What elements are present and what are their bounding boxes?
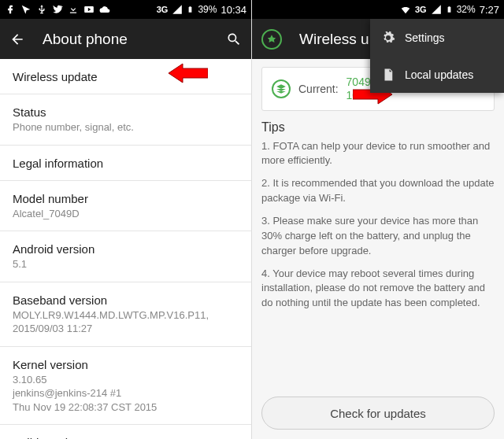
status-bar: 3G 39% 10:34: [0, 0, 251, 19]
tips-body: 1. FOTA can help your device to run smoo…: [261, 139, 495, 319]
clock: 10:34: [220, 4, 246, 16]
youtube-icon: [83, 4, 94, 15]
battery-percent: 32%: [457, 4, 476, 15]
app-logo-icon: [261, 29, 282, 50]
search-icon[interactable]: [226, 31, 242, 47]
tip-2: 2. It is recommended that you download t…: [261, 176, 495, 206]
tips-heading: Tips: [261, 120, 495, 135]
layers-icon: [272, 79, 291, 98]
facebook-icon: [5, 4, 16, 15]
page-title: About phone: [43, 31, 209, 48]
item-model[interactable]: Model number Alcatel_7049D: [0, 181, 251, 232]
tip-3: 3. Please make sure your device has more…: [261, 214, 495, 259]
menu-local-updates[interactable]: Local updates: [370, 56, 504, 93]
item-baseband[interactable]: Baseband version MOLY.LR9.W1444.MD.LWTG.…: [0, 282, 251, 347]
current-label: Current:: [298, 83, 339, 95]
signal-icon: [172, 4, 183, 15]
item-wireless-update[interactable]: Wireless update: [0, 59, 251, 94]
item-status[interactable]: Status Phone number, signal, etc.: [0, 94, 251, 146]
battery-percent: 39%: [198, 4, 217, 15]
network-label: 3G: [157, 5, 169, 14]
status-bar: 3G 32% 7:27: [252, 0, 504, 19]
menu-local-label: Local updates: [405, 68, 473, 81]
item-android-version[interactable]: Android version 5.1: [0, 231, 251, 282]
clock: 7:27: [480, 4, 499, 16]
menu-settings[interactable]: Settings: [370, 19, 504, 56]
overflow-menu: Settings Local updates: [370, 19, 504, 93]
menu-settings-label: Settings: [405, 31, 445, 44]
signal-icon: [431, 4, 442, 15]
cloud-icon: [99, 4, 110, 15]
usb-icon: [36, 4, 47, 15]
gear-icon: [381, 31, 395, 45]
wifi-icon: [400, 4, 411, 15]
tip-4: 4. Your device may reboot several times …: [261, 267, 495, 312]
location-icon: [20, 4, 32, 15]
check-updates-button[interactable]: Check for updates: [261, 397, 495, 430]
file-icon: [381, 68, 395, 82]
item-build[interactable]: Build number: [0, 425, 251, 439]
download-icon: [68, 4, 79, 15]
item-kernel[interactable]: Kernel version 3.10.65 jenkins@jenkins-2…: [0, 347, 251, 426]
battery-icon: [446, 4, 453, 15]
twitter-icon: [52, 4, 63, 15]
phone-about: 3G 39% 10:34 About phone Wireless update…: [0, 0, 252, 439]
back-icon[interactable]: [9, 31, 25, 47]
app-header: About phone: [0, 19, 251, 59]
battery-icon: [187, 4, 194, 15]
phone-wireless-update: 3G 32% 7:27 Wireless update Settings Loc…: [252, 0, 504, 439]
check-updates-label: Check for updates: [330, 407, 426, 420]
tip-1: 1. FOTA can help your device to run smoo…: [261, 139, 495, 169]
item-legal[interactable]: Legal information: [0, 146, 251, 181]
network-label: 3G: [415, 5, 427, 14]
content: Current: 7049D_A 1031 Tips 1. FOTA can h…: [252, 59, 504, 439]
settings-list: Wireless update Status Phone number, sig…: [0, 59, 251, 439]
